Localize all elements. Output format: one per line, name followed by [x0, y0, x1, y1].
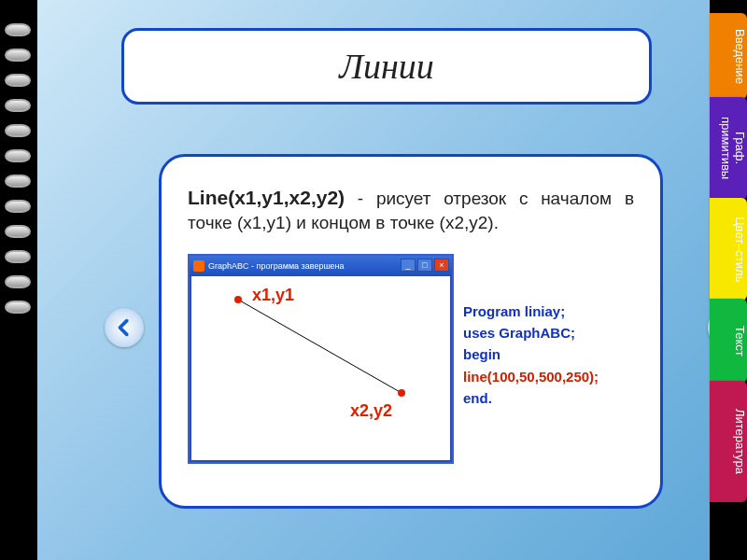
page-title: Линии: [339, 46, 434, 87]
minimize-button[interactable]: _: [401, 259, 416, 272]
point-end: [398, 389, 405, 397]
app-icon: [193, 260, 204, 272]
code-block: Program liniay; uses GraphABC; begin lin…: [463, 254, 599, 464]
point-start: [234, 296, 242, 303]
code-line-3: begin: [463, 343, 599, 365]
window-canvas: x1,y1 x2,y2: [190, 276, 452, 462]
content-box: Line(x1,y1,x2,y2) - рисует отрезок с нач…: [159, 154, 663, 509]
code-line-2: uses GraphABC;: [463, 322, 599, 343]
window-title: GraphABC - программа завершена: [208, 261, 345, 271]
line-svg: [191, 276, 450, 460]
spiral-binding: [5, 23, 33, 314]
demo-row: GraphABC - программа завершена _ □ × x1,…: [188, 254, 634, 464]
chevron-left-icon: [114, 317, 134, 338]
label-point1: x1,y1: [252, 286, 294, 305]
tab-literature[interactable]: Литература: [710, 381, 747, 502]
close-button[interactable]: ×: [434, 259, 449, 272]
code-line-5: end.: [463, 387, 599, 409]
prev-button[interactable]: [105, 308, 144, 347]
tab-primitives[interactable]: Граф. примитивы: [710, 97, 747, 200]
demo-window: GraphABC - программа завершена _ □ × x1,…: [188, 254, 454, 464]
tab-text[interactable]: Текст: [710, 299, 747, 383]
title-box: Линии: [121, 28, 652, 105]
window-titlebar: GraphABC - программа завершена _ □ ×: [190, 256, 452, 276]
svg-line-0: [238, 300, 402, 393]
maximize-button[interactable]: □: [417, 259, 432, 272]
tab-color[interactable]: Цвет–стиль: [710, 198, 747, 301]
tab-intro[interactable]: Введение: [710, 13, 747, 99]
description: Line(x1,y1,x2,y2) - рисует отрезок с нач…: [188, 185, 634, 235]
side-tabs: Введение Граф. примитивы Цвет–стиль Текс…: [710, 13, 747, 500]
code-line-4: line(100,50,500,250);: [463, 366, 599, 387]
window-buttons: _ □ ×: [401, 259, 449, 272]
slide-background: Линии Line(x1,y1,x2,y2) - рисует отрезок…: [37, 0, 710, 560]
function-signature: Line(x1,y1,x2,y2): [188, 187, 345, 208]
code-line-1: Program liniay;: [463, 301, 599, 322]
label-point2: x2,y2: [350, 401, 392, 421]
